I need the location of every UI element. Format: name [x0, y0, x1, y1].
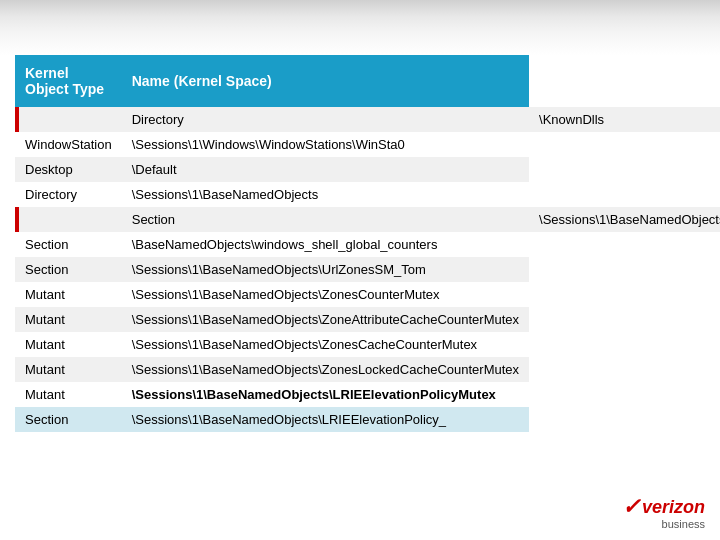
cell-name: \Sessions\1\BaseNamedObjects\ZonesCacheC… [122, 332, 529, 357]
cell-name: \KnownDlls [529, 107, 720, 132]
cell-name: \Sessions\1\BaseNamedObjects\ZoneAttribu… [122, 307, 529, 332]
cell-type: Section [15, 407, 122, 432]
cell-name: \Sessions\1\BaseNamedObjects\LRIEElevati… [122, 382, 529, 407]
cell-type: Directory [122, 107, 529, 132]
kernel-objects-table: Kernel Object Type Name (Kernel Space) D… [15, 55, 720, 432]
table-row: WindowStation\Sessions\1\Windows\WindowS… [15, 132, 720, 157]
table-container: Kernel Object Type Name (Kernel Space) D… [15, 55, 705, 432]
cell-type: Mutant [15, 382, 122, 407]
table-row: Desktop\Default [15, 157, 720, 182]
cell-name: \Sessions\1\Windows\WindowStations\WinSt… [122, 132, 529, 157]
cell-name: \Sessions\1\BaseNamedObjects\LRIEElevati… [122, 407, 529, 432]
cell-type: Desktop [15, 157, 122, 182]
table-row: Directory\KnownDlls [15, 107, 720, 132]
verizon-brand-text: verizon [642, 497, 705, 518]
cell-type: Mutant [15, 332, 122, 357]
cell-type: Mutant [15, 357, 122, 382]
page-wrapper: Kernel Object Type Name (Kernel Space) D… [0, 0, 720, 540]
cell-type: Mutant [15, 282, 122, 307]
table-row: Section\Sessions\1\BaseNamedObjects\wind… [15, 207, 720, 232]
cell-name: \Sessions\1\BaseNamedObjects [122, 182, 529, 207]
table-row: Section\Sessions\1\BaseNamedObjects\LRIE… [15, 407, 720, 432]
header-col2: Name (Kernel Space) [122, 55, 529, 107]
verizon-sub-text: business [662, 518, 705, 530]
cell-type: Directory [15, 182, 122, 207]
cell-name: \Sessions\1\BaseNamedObjects\ZonesLocked… [122, 357, 529, 382]
cell-type: Section [122, 207, 529, 232]
cell-type: WindowStation [15, 132, 122, 157]
table-row: Mutant\Sessions\1\BaseNamedObjects\Zones… [15, 282, 720, 307]
table-row: Section\Sessions\1\BaseNamedObjects\UrlZ… [15, 257, 720, 282]
table-row: Section\BaseNamedObjects\windows_shell_g… [15, 232, 720, 257]
cell-type: Section [15, 257, 122, 282]
cell-name: \Default [122, 157, 529, 182]
cell-name: \Sessions\1\BaseNamedObjects\ZonesCounte… [122, 282, 529, 307]
verizon-logo: ✓ verizon [622, 494, 705, 520]
cell-name: \BaseNamedObjects\windows_shell_global_c… [122, 232, 529, 257]
table-row: Mutant\Sessions\1\BaseNamedObjects\Zones… [15, 332, 720, 357]
table-header-row: Kernel Object Type Name (Kernel Space) [15, 55, 720, 107]
cell-type: Mutant [15, 307, 122, 332]
cell-type: Section [15, 232, 122, 257]
verizon-checkmark-icon: ✓ [622, 494, 640, 520]
table-row: Directory\Sessions\1\BaseNamedObjects [15, 182, 720, 207]
logo-area: ✓ verizon business [622, 494, 705, 530]
cell-name: \Sessions\1\BaseNamedObjects\windows_she… [529, 207, 720, 232]
table-row: Mutant\Sessions\1\BaseNamedObjects\LRIEE… [15, 382, 720, 407]
cell-name: \Sessions\1\BaseNamedObjects\UrlZonesSM_… [122, 257, 529, 282]
table-row: Mutant\Sessions\1\BaseNamedObjects\ZoneA… [15, 307, 720, 332]
header-col1: Kernel Object Type [15, 55, 122, 107]
table-row: Mutant\Sessions\1\BaseNamedObjects\Zones… [15, 357, 720, 382]
top-area [0, 0, 720, 55]
